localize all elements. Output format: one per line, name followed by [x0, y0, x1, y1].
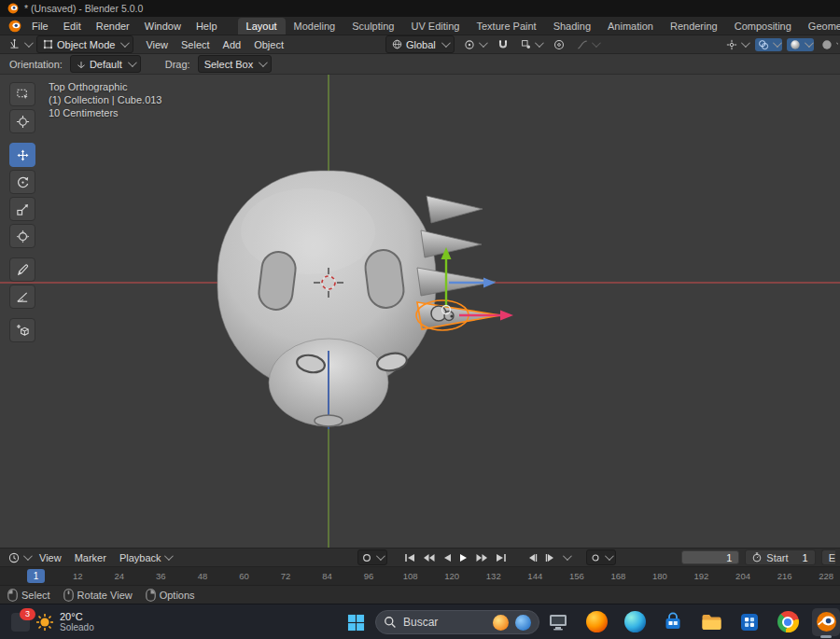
app-menus: FileEditRenderWindowHelp: [24, 19, 225, 34]
tool-annotate[interactable]: [9, 257, 35, 282]
chrome-app-button[interactable]: [774, 608, 802, 636]
monitor-icon: [548, 613, 568, 632]
workspace-tab[interactable]: Modeling: [286, 18, 344, 35]
tool-move[interactable]: [9, 143, 35, 167]
chevron-down-icon: [441, 38, 451, 48]
prev-keyframe-button[interactable]: [421, 552, 437, 563]
snap-toggle-button[interactable]: [495, 38, 511, 51]
edge-app-button[interactable]: [621, 608, 649, 636]
show-overlays-dropdown[interactable]: [755, 38, 782, 51]
mouse-hint-select: Select: [7, 589, 50, 602]
mode-dropdown[interactable]: Object Mode: [36, 35, 133, 53]
chevron-down-icon: [479, 38, 488, 48]
chevron-down-icon: [24, 38, 34, 48]
start-frame-field[interactable]: Start 1: [745, 549, 815, 565]
tool-scale[interactable]: [9, 197, 35, 221]
play-button[interactable]: [457, 552, 470, 563]
chevron-down-icon: [128, 58, 137, 67]
timeline-menu-item[interactable]: Marker: [68, 550, 113, 565]
shading-sphere-icon: [790, 39, 801, 50]
chevron-down-icon: [376, 551, 385, 561]
proportional-edit-icon: [553, 39, 565, 50]
prev-frame-button[interactable]: [525, 552, 539, 563]
next-keyframe-button[interactable]: [474, 552, 490, 563]
workspace-tab[interactable]: Animation: [599, 18, 662, 35]
move-tool-icon: [16, 148, 30, 162]
workspace-tab[interactable]: UV Editing: [402, 18, 468, 35]
frame-tick-label: 132: [472, 567, 514, 585]
timeline-editor-type-button[interactable]: [6, 551, 33, 564]
notification-icon[interactable]: 3: [11, 613, 30, 632]
play-reverse-button[interactable]: [441, 552, 454, 563]
viewport-menu-item[interactable]: Select: [175, 37, 217, 52]
file-explorer-button[interactable]: [697, 608, 725, 636]
menu-item[interactable]: Window: [137, 19, 189, 34]
start-label: Start: [766, 552, 788, 563]
chevron-down-icon: [592, 38, 601, 48]
viewport-menu-item[interactable]: View: [139, 37, 175, 52]
tool-select-box[interactable]: [9, 82, 35, 106]
keying-set-dropdown[interactable]: [586, 549, 616, 565]
workspace-tab[interactable]: Shading: [545, 18, 599, 35]
blender-taskbar-icon: [816, 611, 837, 632]
tool-add-primitive[interactable]: [9, 318, 35, 342]
jump-to-start-button[interactable]: [402, 552, 417, 563]
spike-2[interactable]: [421, 230, 482, 257]
skull-model[interactable]: [217, 171, 496, 429]
pinned-app-button[interactable]: [735, 608, 763, 636]
weather-widget[interactable]: 3 20°C Soleado: [11, 604, 94, 639]
next-frame-button[interactable]: [543, 552, 557, 563]
workspace-tab[interactable]: Texture Paint: [468, 18, 544, 35]
orientation-setting-dropdown[interactable]: Default: [70, 55, 141, 73]
playhead[interactable]: 1: [27, 569, 45, 583]
drag-setting-dropdown[interactable]: Select Box: [198, 55, 273, 73]
snap-settings-dropdown[interactable]: [518, 38, 544, 50]
menu-item[interactable]: Help: [189, 19, 225, 34]
blender-app-button[interactable]: [812, 608, 840, 636]
current-frame-field[interactable]: 1: [681, 550, 739, 564]
viewport-header-right: [723, 35, 838, 53]
scene-canvas[interactable]: [0, 75, 840, 548]
falloff-dropdown[interactable]: [574, 38, 601, 51]
tool-settings-bar: Orientation: Default Drag: Select Box: [0, 54, 840, 75]
annotate-tool-icon: [16, 263, 30, 277]
menu-item[interactable]: Render: [89, 19, 137, 34]
hint-label: Options: [160, 590, 195, 601]
timeline-ruler[interactable]: 1 12243648607284961081201321441561681801…: [0, 566, 840, 585]
show-gizmo-dropdown[interactable]: [723, 38, 750, 51]
proportional-editing-button[interactable]: [551, 38, 567, 51]
shading-solid-dropdown[interactable]: [787, 38, 814, 51]
workspace-tab[interactable]: Compositing: [726, 18, 800, 35]
windows-logo-icon: [347, 614, 365, 632]
tool-transform[interactable]: [9, 224, 35, 248]
workspace-tab[interactable]: Rendering: [662, 18, 726, 35]
transform-orientation-dropdown[interactable]: Global: [385, 35, 455, 53]
menu-item[interactable]: Edit: [56, 19, 89, 34]
editor-type-button[interactable]: [6, 37, 34, 51]
jump-to-end-button[interactable]: [494, 552, 509, 563]
end-frame-field[interactable]: E: [821, 549, 835, 565]
viewport-3d[interactable]: Top Orthographic (1) Collection | Cube.0…: [0, 75, 840, 548]
frame-tick-label: 108: [389, 567, 431, 585]
pivot-point-dropdown[interactable]: [461, 38, 488, 51]
start-button[interactable]: [344, 611, 367, 633]
timeline-menu-item[interactable]: View: [33, 550, 68, 565]
workspace-tab[interactable]: Geometry Nodes: [800, 18, 840, 35]
taskbar-search[interactable]: Buscar: [375, 610, 539, 634]
workspace-tab[interactable]: Sculpting: [343, 18, 402, 35]
timeline-menu-item[interactable]: Playback: [113, 550, 168, 565]
auto-key-button[interactable]: [357, 549, 387, 565]
viewport-menu-item[interactable]: Object: [247, 37, 290, 52]
workspace-tab[interactable]: Layout: [238, 18, 286, 35]
tool-cursor[interactable]: [9, 109, 35, 133]
spike-1[interactable]: [427, 196, 483, 223]
blender-app-menu-button[interactable]: [6, 19, 24, 34]
menu-item[interactable]: File: [24, 19, 56, 34]
store-app-button[interactable]: [659, 608, 687, 636]
shading-material-dropdown[interactable]: [819, 38, 838, 51]
tool-measure[interactable]: [9, 285, 35, 309]
tool-rotate[interactable]: [9, 170, 35, 194]
desktop-app-button[interactable]: [544, 608, 572, 636]
firefox-app-button[interactable]: [582, 608, 610, 636]
viewport-menu-item[interactable]: Add: [217, 37, 248, 52]
